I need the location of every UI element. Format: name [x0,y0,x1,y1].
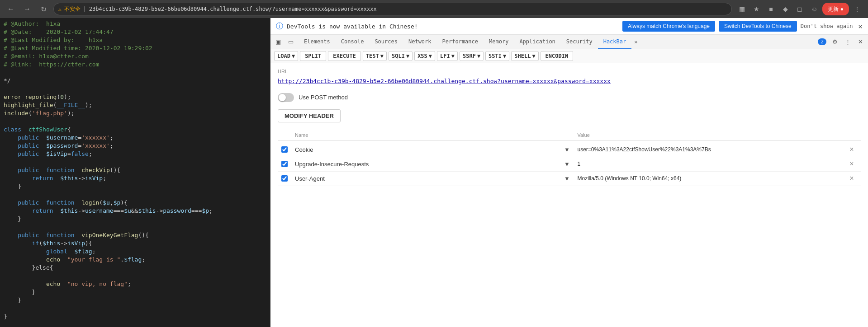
tab-elements[interactable]: Elements [299,35,336,49]
code-line: } [0,313,270,321]
url-part1: http:// [278,78,303,84]
code-line: }else{ [0,264,270,272]
more-options-button[interactable]: ⋮ [842,36,854,48]
code-line [0,158,270,166]
url-display[interactable]: http://23b4cc1b-c39b-4829-b5e2-66be06d80… [278,77,861,86]
code-panel: # @Author: h1xa # @Date: 2020-12-02 17:4… [0,18,270,327]
code-line [0,85,270,93]
code-line: return $this->username===$u&&$this->pass… [0,207,270,215]
inspect-button[interactable]: ▣ [272,36,284,48]
code-line [0,272,270,280]
hackbar-toolbar: LOAD ▼ SPLIT EXECUTE TEST ▼ SQLI ▼ XSS ▼… [270,49,868,63]
code-line [0,69,270,77]
window-button[interactable]: ◻ [793,3,806,15]
url-section: URL http://23b4cc1b-c39b-4829-b5e2-66be0… [278,69,861,86]
encoding-button[interactable]: ENCODIN [541,51,574,61]
url-part-uname: xxxxxx [533,78,554,84]
tab-sources[interactable]: Sources [369,35,403,49]
url-label: URL [278,69,861,74]
upgrade-dropdown-icon[interactable]: ▼ [560,161,574,168]
upgrade-delete-button[interactable]: × [843,160,861,168]
modify-header-button[interactable]: MODIFY HEADER [278,109,341,122]
address-bar[interactable]: ⚠ 不安全 | 23b4cc1b-c39b-4829-b5e2-66be06d8… [53,3,732,15]
url-part-amp: &password= [554,78,589,84]
xss-dropdown[interactable]: XSS ▼ [414,51,435,61]
execute-button[interactable]: EXECUTE [328,51,361,61]
more-tabs-button[interactable]: » [631,39,640,45]
code-line: return $this->isVip; [0,174,270,182]
puzzle-button[interactable]: ◆ [779,3,792,15]
cookie-checkbox-cell[interactable] [278,146,291,153]
url-part-domain3: 66be06d80944.challenge.ctf.show [388,78,498,84]
device-button[interactable]: ▭ [285,36,297,48]
avatar-button[interactable]: ☺ [808,3,821,15]
header-row-useragent: User-Agent ▼ Mozilla/5.0 (Windows NT 10.… [278,172,861,186]
back-button[interactable]: ← [5,3,17,15]
code-line: echo "your flag is ".$flag; [0,256,270,264]
tab-application[interactable]: Application [514,35,560,49]
code-line: } [0,296,270,304]
main-layout: # @Author: h1xa # @Date: 2020-12-02 17:4… [0,18,868,327]
url-part-mid: -4829- [349,78,370,84]
notification-text: DevTools is now available in Chinese! [287,23,619,30]
dont-show-link[interactable]: Don't show again [801,23,853,29]
extension1-button[interactable]: ■ [764,3,777,15]
post-method-toggle[interactable] [278,93,294,102]
useragent-dropdown-icon[interactable]: ▼ [560,175,574,182]
hackbar-content: URL http://23b4cc1b-c39b-4829-b5e2-66be0… [270,63,868,327]
code-line: if($this->isVip){ [0,239,270,248]
code-line: public function vipOneKeyGetFlag(){ [0,231,270,239]
useragent-checkbox[interactable] [281,175,288,182]
settings-button[interactable]: ⚙ [829,36,841,48]
code-line: } [0,215,270,223]
switch-language-button[interactable]: Switch DevTools to Chinese [719,21,797,32]
close-devtools-button[interactable]: ✕ [854,36,866,48]
url-part-domain2: b5e2- [370,78,388,84]
tab-security[interactable]: Security [561,35,598,49]
code-line: # @link: https://ctfer.com [0,61,270,69]
code-line: public function login($u,$p){ [0,199,270,207]
test-chevron-icon: ▼ [380,53,384,59]
sqli-dropdown[interactable]: SQLI ▼ [389,51,413,61]
menu-button[interactable]: ⋮ [851,3,863,15]
bookmark-button[interactable]: ★ [750,3,763,15]
code-line [0,304,270,313]
code-line: echo "no vip, no flag"; [0,280,270,288]
ssrf-dropdown[interactable]: SSRF ▼ [460,51,484,61]
tab-memory[interactable]: Memory [484,35,514,49]
tab-console[interactable]: Console [336,35,370,49]
useragent-checkbox-cell[interactable] [278,175,291,182]
cookie-dropdown-icon[interactable]: ▼ [560,146,574,153]
useragent-name: User-Agent [291,174,560,183]
upgrade-checkbox[interactable] [281,161,288,167]
forward-button[interactable]: → [21,3,33,15]
browser-actions: ▦ ★ ■ ◆ ◻ ☺ 更新 ● ⋮ [735,3,863,15]
tab-network[interactable]: Network [403,35,437,49]
tab-performance[interactable]: Performance [437,35,484,49]
lfi-chevron-icon: ▼ [451,53,455,59]
code-line: public function checkVip(){ [0,166,270,174]
update-button[interactable]: 更新 ● [822,3,849,15]
split-button[interactable]: SPLIT [300,51,326,61]
test-dropdown[interactable]: TEST ▼ [363,51,387,61]
url-part-pass: xxxxxx [589,78,611,84]
code-line: error_reporting(0); [0,93,270,101]
lfi-dropdown[interactable]: LFI ▼ [437,51,458,61]
cookie-checkbox[interactable] [281,146,288,153]
cast-button[interactable]: ▦ [735,3,748,15]
insecure-label: 不安全 [64,5,81,13]
cookie-delete-button[interactable]: × [843,145,861,154]
ssti-dropdown[interactable]: SSTI ▼ [485,51,509,61]
url-part-domain1: 23b4cc1b-c39b [303,78,349,84]
shell-dropdown[interactable]: SHELL ▼ [511,51,538,61]
reload-button[interactable]: ↻ [37,3,50,15]
load-dropdown[interactable]: LOAD ▼ [274,51,298,61]
code-line: } [0,182,270,191]
match-language-button[interactable]: Always match Chrome's language [622,21,715,32]
useragent-delete-button[interactable]: × [843,174,861,182]
post-method-label: Use POST method [299,94,348,101]
tab-hackbar[interactable]: HackBar [598,35,632,49]
code-line: class ctfShowUser{ [0,126,270,134]
notification-close-button[interactable]: × [858,22,863,31]
upgrade-checkbox-cell[interactable] [278,161,291,167]
